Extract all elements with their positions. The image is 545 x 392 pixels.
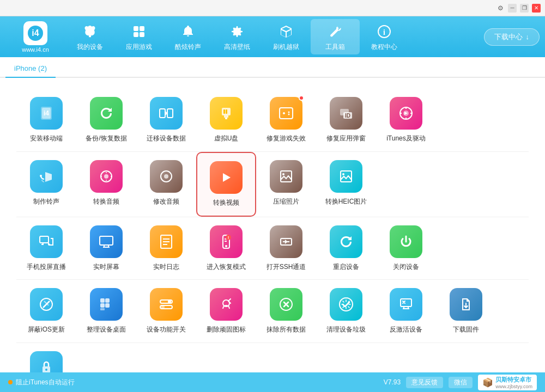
deactivate-icon xyxy=(390,288,422,321)
tool-fix-popup[interactable]: ID 修复应用弹窗 xyxy=(316,89,376,151)
tool-restart-device[interactable]: 重启设备 xyxy=(316,217,376,280)
tool-make-ringtone[interactable]: 制作铃声 xyxy=(16,152,76,217)
tool-convert-audio[interactable]: 转换音频 xyxy=(76,152,136,217)
convert-video-icon xyxy=(210,161,243,194)
svg-rect-15 xyxy=(223,109,225,114)
tool-backup-restore[interactable]: 备份/恢复数据 xyxy=(76,89,136,151)
beisi-name: 贝斯特安卓市 xyxy=(495,376,532,384)
shutdown-device-icon xyxy=(390,225,422,258)
backup-restore-icon xyxy=(90,97,123,130)
nav-item-tutorial[interactable]: i 教程中心 xyxy=(360,19,409,54)
svg-point-29 xyxy=(164,174,168,179)
tool-delete-icon[interactable]: 删除顽固图标 xyxy=(196,280,256,342)
tool-screen-mirror[interactable]: 手机投屏直播 xyxy=(16,217,76,280)
tool-download-fw[interactable]: 下载固件 xyxy=(436,280,496,342)
tool-ssh-tunnel[interactable]: 打开SSH通道 xyxy=(256,217,316,280)
tool-itunes-driver[interactable]: iTunes及驱动 xyxy=(376,89,436,151)
tool-clean-junk[interactable]: 清理设备垃圾 xyxy=(316,280,376,342)
row-separator-3 xyxy=(16,342,529,343)
tab-iphone[interactable]: iPhone (2) xyxy=(5,60,56,78)
logo-url: www.i4.cn xyxy=(22,46,49,53)
nav-item-my-device[interactable]: 我的设备 xyxy=(65,19,114,54)
tool-convert-video[interactable]: 转换视频 xyxy=(196,152,256,217)
tool-realtime-log[interactable]: 实时日志 xyxy=(136,217,196,280)
svg-text:i4: i4 xyxy=(32,28,39,38)
tool-compress-photo[interactable]: 压缩照片 xyxy=(256,152,316,217)
restart-device-label: 重启设备 xyxy=(333,262,359,272)
tool-migrate-data[interactable]: 迁移设备数据 xyxy=(136,89,196,151)
tool-block-update[interactable]: 屏蔽iOS更新 xyxy=(16,280,76,342)
access-limit-icon xyxy=(30,351,63,372)
convert-heic-label: 转换HEIC图片 xyxy=(325,197,367,206)
realtime-log-icon xyxy=(150,225,183,258)
nav-item-wallpaper[interactable]: 高清壁纸 xyxy=(213,19,262,54)
tool-virtual-udisk[interactable]: 虚拟U盘 xyxy=(196,89,256,151)
tool-manage-desktop[interactable]: 整理设备桌面 xyxy=(76,280,136,342)
svg-rect-35 xyxy=(100,236,113,245)
nav-label-jailbreak: 刷机越狱 xyxy=(273,42,299,52)
download-button[interactable]: 下载中心 ↓ xyxy=(484,28,540,46)
convert-audio-icon xyxy=(90,160,123,193)
convert-audio-label: 转换音频 xyxy=(93,197,119,206)
tool-fix-game[interactable]: 修复游戏失效 xyxy=(256,89,316,151)
beisi-url: www.zjbstyy.com xyxy=(495,384,532,389)
tool-edit-audio[interactable]: 修改音频 xyxy=(136,152,196,217)
tool-deactivate[interactable]: 反激活设备 xyxy=(376,280,436,342)
svg-rect-44 xyxy=(105,298,110,303)
manage-desktop-label: 整理设备桌面 xyxy=(87,325,126,334)
virtual-udisk-label: 虚拟U盘 xyxy=(214,134,239,143)
close-button[interactable]: ✕ xyxy=(532,4,541,13)
compress-photo-icon xyxy=(270,160,302,193)
svg-rect-4 xyxy=(134,32,138,37)
wrench-nav-icon xyxy=(325,22,345,41)
nav-label-my-device: 我的设备 xyxy=(77,42,103,52)
recovery-mode-icon: ! xyxy=(210,225,243,258)
svg-text:!: ! xyxy=(228,235,229,240)
svg-point-33 xyxy=(342,173,344,175)
tool-convert-heic[interactable]: 转换HEIC图片 xyxy=(316,152,376,217)
status-right: 📦 贝斯特安卓市 www.zjbstyy.com xyxy=(478,375,537,390)
tool-device-toggle[interactable]: 设备功能开关 xyxy=(136,280,196,342)
gear-nav-icon xyxy=(227,22,247,41)
nav-label-tutorial: 教程中心 xyxy=(371,42,397,52)
box-nav-icon xyxy=(276,22,296,41)
install-app-label: 安装移动端 xyxy=(30,134,63,143)
clean-junk-icon xyxy=(330,288,362,321)
minimize-button[interactable]: ─ xyxy=(508,4,517,13)
wechat-button[interactable]: 微信 xyxy=(449,377,473,388)
tool-shutdown-device[interactable]: 关闭设备 xyxy=(376,217,436,280)
virtual-udisk-icon xyxy=(210,97,243,130)
feedback-button[interactable]: 意见反馈 xyxy=(406,377,443,388)
nav-item-ringtone[interactable]: 酷炫铃声 xyxy=(164,19,213,54)
tool-access-limit[interactable]: 访问限制 xyxy=(16,343,76,372)
restore-button[interactable]: ❐ xyxy=(520,4,529,13)
svg-rect-45 xyxy=(100,303,105,308)
logo-icon: i4 xyxy=(23,21,47,45)
migrate-data-icon xyxy=(150,97,183,130)
itunes-driver-icon xyxy=(390,97,422,130)
tool-recovery-mode[interactable]: ! 进入恢复模式 xyxy=(196,217,256,280)
fix-game-icon xyxy=(270,97,302,130)
svg-rect-11 xyxy=(160,109,165,118)
ssh-tunnel-label: 打开SSH通道 xyxy=(267,262,306,272)
tool-erase-data[interactable]: 抹除所有数据 xyxy=(256,280,316,342)
nav-item-app-game[interactable]: 应用游戏 xyxy=(114,19,164,54)
svg-rect-12 xyxy=(167,109,173,118)
svg-rect-5 xyxy=(140,32,144,37)
status-center: V7.93 意见反馈 微信 xyxy=(384,377,473,388)
screen-mirror-icon xyxy=(30,225,63,258)
screen-real-label: 实时屏幕 xyxy=(93,262,119,272)
tool-screen-real[interactable]: 实时屏幕 xyxy=(76,217,136,280)
tool-install-app[interactable]: i4 安装移动端 xyxy=(16,89,76,151)
svg-rect-3 xyxy=(140,26,144,31)
block-update-label: 屏蔽iOS更新 xyxy=(28,325,65,334)
erase-data-label: 抹除所有数据 xyxy=(267,325,306,334)
svg-rect-53 xyxy=(401,299,411,307)
beisi-logo[interactable]: 📦 贝斯特安卓市 www.zjbstyy.com xyxy=(478,375,537,390)
nav-item-jailbreak[interactable]: 刷机越狱 xyxy=(262,19,311,54)
svg-point-25 xyxy=(40,175,42,177)
deactivate-label: 反激活设备 xyxy=(390,325,422,334)
nav-item-toolbox[interactable]: 工具箱 xyxy=(311,19,360,54)
logo[interactable]: i4 www.i4.cn xyxy=(5,21,65,53)
settings-icon[interactable]: ⚙ xyxy=(496,4,505,13)
